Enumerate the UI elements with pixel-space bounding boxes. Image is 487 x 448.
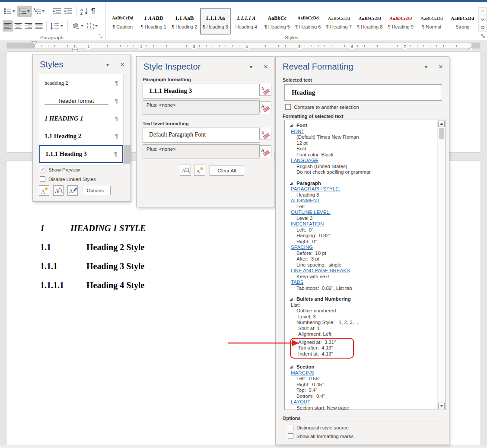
chevron-down-icon[interactable] [81, 25, 83, 27]
style-gallery-item-heading-8[interactable]: AaBbCcDd ¶ Heading 8 [354, 8, 385, 35]
gallery-scroll-down-button[interactable] [478, 16, 487, 23]
reveal-formatting-button[interactable]: A [180, 165, 191, 176]
paragraph-dialog-launcher[interactable] [99, 34, 104, 39]
multilevel-list-button[interactable] [32, 6, 47, 17]
line-page-breaks-link[interactable]: LINE AND PAGE BREAKS [285, 268, 435, 274]
shading-button[interactable] [70, 20, 86, 32]
style-item-headeing-2[interactable]: headeing 2 ¶ [39, 74, 123, 92]
reset-text-plus-button[interactable]: A [259, 145, 271, 157]
heading-1-line[interactable]: 1 HEADING 1 STYLE [40, 222, 146, 235]
margins-link[interactable]: MARGINS [285, 370, 435, 376]
close-icon[interactable]: × [439, 64, 443, 70]
bullets-numbering-section-header[interactable]: Bullets and Numbering [285, 296, 435, 302]
chevron-down-icon[interactable] [27, 10, 30, 12]
manage-styles-button[interactable]: A [67, 185, 78, 196]
style-gallery-item-strong[interactable]: AaBbCcDd Strong [447, 8, 478, 35]
checkbox-unchecked-icon[interactable] [288, 433, 293, 439]
chevron-down-icon[interactable] [13, 10, 15, 12]
style-item-label: 1.1.1 Heading 3 [45, 150, 114, 158]
style-gallery-item-heading-4[interactable]: 1.1.1.1 A Heading 4 [231, 8, 262, 35]
style-item-heading-3-selected[interactable]: 1.1.1 Heading 3 ¶ [39, 145, 123, 163]
align-center-button[interactable] [13, 20, 23, 32]
styles-dialog-launcher[interactable] [481, 34, 486, 39]
font-section-header[interactable]: Font [285, 123, 435, 129]
style-gallery-item-heading-7[interactable]: AaBbCcDd ¶ Heading 7 [324, 8, 355, 35]
style-item-header-format[interactable]: header format ¶ [39, 92, 123, 110]
distinguish-style-source-label: Distinguish style source [296, 425, 349, 430]
heading-4-line[interactable]: 1.1.1.1 Heading 4 Style [40, 279, 146, 292]
gallery-more-button[interactable] [478, 24, 487, 32]
tabs-link[interactable]: TABS [285, 280, 435, 286]
clear-all-button[interactable]: Clear All [210, 165, 244, 176]
outline-level-link[interactable]: OUTLINE LEVEL: [285, 210, 435, 216]
style-gallery-item-caption[interactable]: AaBbCcDd ¶ Caption [107, 8, 138, 35]
gallery-scroll-up-button[interactable] [478, 7, 487, 15]
language-link[interactable]: LANGUAGE [285, 158, 435, 164]
language-value: English (United States) [285, 164, 435, 170]
style-gallery-item-normal[interactable]: AaBbCcDd ¶ Normal [416, 8, 447, 35]
line-spacing-button[interactable] [49, 20, 65, 32]
styles-list-scrollbar-thumb[interactable] [124, 145, 131, 164]
checkbox-checked-icon[interactable]: ✓ [40, 167, 45, 172]
options-button[interactable]: Options... [84, 186, 111, 195]
tree-scroll-down-button[interactable] [438, 403, 445, 409]
tree-scrollbar[interactable] [437, 121, 445, 409]
show-preview-checkbox-row[interactable]: ✓ Show Preview [40, 167, 80, 172]
reset-paragraph-style-button[interactable]: A [259, 84, 271, 96]
chevron-down-icon[interactable]: ▾ [250, 64, 252, 70]
tree-scroll-up-button[interactable] [438, 121, 445, 127]
ruler[interactable]: 1 2 3 4 5 6 7 [0, 40, 487, 52]
borders-button[interactable] [86, 20, 100, 32]
compare-checkbox-row[interactable]: Compare to another selection [285, 104, 359, 110]
section-section-header[interactable]: Section [285, 364, 435, 370]
font-link[interactable]: FONT [285, 129, 435, 135]
paragraph-style-link[interactable]: PARAGRAPH STYLE: [285, 186, 435, 192]
tree-scrollbar-thumb[interactable] [439, 128, 444, 139]
style-gallery-item-heading-3[interactable]: 1.1.1 Aa ¶ Heading 3 [200, 8, 231, 35]
sort-button[interactable]: AZ [79, 6, 90, 17]
style-item-heading-2[interactable]: 1.1 Heading 2 ¶ [39, 127, 123, 145]
indentation-link[interactable]: INDENTATION [285, 221, 435, 227]
chevron-down-icon[interactable] [42, 10, 45, 12]
alignment-link[interactable]: ALIGNMENT [285, 198, 435, 204]
disable-linked-styles-checkbox-row[interactable]: Disable Linked Styles [40, 176, 96, 182]
paragraph-style-box: 1.1.1 Heading 3 [143, 83, 260, 98]
chevron-down-icon[interactable]: ▾ [425, 64, 427, 70]
spacing-link[interactable]: SPACING [285, 245, 435, 251]
bullets-button[interactable] [3, 6, 17, 17]
show-all-formatting-marks-row[interactable]: Show all formatting marks [288, 433, 353, 439]
paragraph-section-header[interactable]: Paragraph [285, 181, 435, 187]
style-gallery-item-heading-5[interactable]: AaBbCc ¶ Heading 5 [262, 8, 293, 35]
chevron-down-icon[interactable]: ▾ [106, 62, 109, 68]
style-item-heading-1[interactable]: 1 HEADING 1 ¶ [39, 110, 123, 127]
align-right-button[interactable] [23, 20, 34, 32]
style-gallery-item-heading-1[interactable]: 1 AABB ¶ Heading 1 [138, 8, 169, 35]
numbering-button[interactable]: 123 [17, 6, 32, 17]
reset-text-style-button[interactable]: A [259, 128, 271, 140]
layout-link[interactable]: LAYOUT [285, 399, 435, 405]
checkbox-unchecked-icon[interactable] [40, 176, 45, 182]
chevron-down-icon[interactable] [60, 25, 63, 27]
reset-paragraph-plus-button[interactable]: A [259, 101, 271, 113]
style-inspector-button[interactable]: A [53, 185, 64, 196]
chevron-down-icon[interactable] [95, 25, 98, 27]
checkbox-unchecked-icon[interactable] [285, 104, 291, 110]
justify-button[interactable] [34, 20, 44, 32]
checkbox-unchecked-icon[interactable] [288, 425, 293, 430]
heading-3-line[interactable]: 1.1.1 Heading 3 Style [40, 260, 146, 273]
align-left-button[interactable] [3, 20, 13, 32]
style-gallery-item-heading-9[interactable]: AaBbCcDd ¶ Heading 9 [385, 8, 417, 35]
close-icon[interactable]: × [264, 64, 268, 70]
new-style-button[interactable]: A [194, 165, 205, 176]
increase-indent-button[interactable] [63, 6, 74, 17]
decrease-indent-button[interactable] [51, 6, 63, 17]
right-indent-marker[interactable] [468, 46, 474, 51]
first-line-indent-marker[interactable] [31, 41, 38, 45]
distinguish-style-source-row[interactable]: Distinguish style source [288, 425, 349, 430]
show-formatting-marks-button[interactable]: ¶ [90, 6, 96, 17]
heading-2-line[interactable]: 1.1 Heading 2 Style [40, 241, 146, 254]
close-icon[interactable]: × [120, 62, 124, 68]
style-gallery-item-heading-6[interactable]: AaBbCcDd ¶ Heading 6 [293, 8, 324, 35]
style-gallery-item-heading-2[interactable]: 1.1 AaB ¶ Heading 2 [169, 8, 200, 35]
new-style-button[interactable]: A [39, 185, 49, 196]
